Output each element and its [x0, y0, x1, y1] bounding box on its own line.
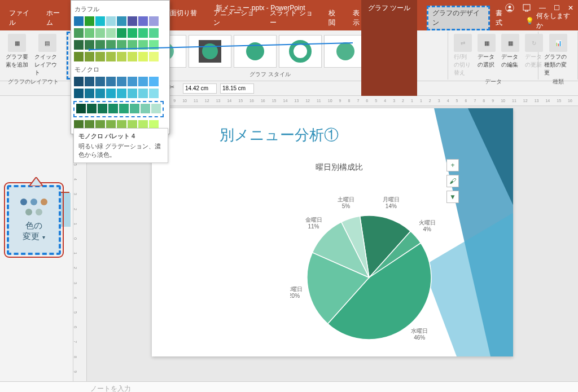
- svg-marker-32: [29, 177, 43, 186]
- svg-text:水曜日: 水曜日: [411, 328, 428, 334]
- switch-row-col-button: ⇄行/列の切り替え: [452, 33, 474, 78]
- change-type-icon: 📊: [549, 34, 567, 52]
- tab-chart-design[interactable]: グラフのデザイン: [427, 6, 490, 30]
- tab-animations[interactable]: アニメーション: [208, 6, 265, 30]
- color-dropdown: カラフル モノクロ モノクロ パレット 4 明るい緑 グラデーション、濃色から淡…: [71, 0, 170, 134]
- crop-icon[interactable]: ✂: [169, 83, 179, 94]
- tell-me[interactable]: 💡 何をしますか: [526, 11, 575, 30]
- change-chart-type-button[interactable]: 📊グラフの種類の変更: [542, 33, 574, 78]
- svg-text:土曜日: 土曜日: [338, 196, 354, 202]
- annotation-arrow: [89, 41, 382, 52]
- data-group-label: データ: [452, 78, 535, 86]
- color-row[interactable]: [73, 88, 167, 99]
- svg-text:14%: 14%: [386, 203, 397, 209]
- tab-home[interactable]: ホーム: [41, 6, 72, 30]
- swap-icon: ⇄: [454, 34, 472, 52]
- layout-group-label: グラフのレイアウト: [3, 78, 63, 86]
- color-row[interactable]: [73, 16, 167, 27]
- tab-review[interactable]: 校閲: [323, 6, 347, 30]
- svg-text:月曜日: 月曜日: [383, 196, 400, 202]
- svg-rect-2: [523, 5, 530, 10]
- color-row[interactable]: [73, 76, 167, 87]
- notes-area[interactable]: ノートを入力: [0, 381, 578, 392]
- colorful-heading: カラフル: [73, 3, 167, 16]
- select-data-icon: ▦: [478, 34, 496, 52]
- close-button[interactable]: ✕: [568, 4, 573, 12]
- add-element-icon: ▦: [8, 34, 26, 52]
- edit-data-button[interactable]: ▦データの編集: [499, 33, 522, 78]
- tab-format[interactable]: 書式: [490, 6, 514, 30]
- chart-title[interactable]: 曜日別構成比: [316, 162, 363, 173]
- chart-brush-button[interactable]: 🖌: [446, 175, 459, 187]
- svg-text:火曜日: 火曜日: [419, 219, 436, 226]
- pie-chart[interactable]: 月曜日14%火曜日4%水曜日46%木曜日20%金曜日11%土曜日5%: [290, 193, 448, 351]
- callout-label: 色の変更 ▾: [23, 220, 45, 242]
- svg-text:11%: 11%: [308, 223, 319, 230]
- svg-line-34: [91, 43, 353, 50]
- svg-text:5%: 5%: [342, 203, 351, 209]
- change-colors-callout: 色の変更 ▾: [7, 185, 61, 255]
- svg-text:金曜日: 金曜日: [305, 217, 322, 223]
- quick-layout-icon: ▤: [38, 34, 56, 52]
- quick-layout-button[interactable]: ▤ クイックレイアウト: [32, 33, 63, 78]
- add-chart-element-button[interactable]: ▦ グラフ要素を追加: [3, 33, 31, 78]
- minimize-button[interactable]: —: [539, 4, 546, 12]
- height-input[interactable]: [220, 83, 254, 94]
- svg-text:木曜日: 木曜日: [290, 286, 303, 292]
- edit-data-icon: ▦: [501, 34, 519, 52]
- maximize-button[interactable]: ☐: [554, 4, 560, 12]
- lightbulb-icon: 💡: [526, 17, 534, 25]
- tooltip-title: モノクロ パレット 4: [78, 132, 163, 140]
- tab-file[interactable]: ファイル: [3, 6, 41, 30]
- color-row[interactable]: [73, 28, 167, 38]
- color-row[interactable]: [73, 51, 167, 62]
- svg-text:4%: 4%: [423, 226, 431, 232]
- svg-text:46%: 46%: [414, 334, 425, 341]
- color-tooltip: モノクロ パレット 4 明るい緑 グラデーション、濃色から淡色。: [73, 128, 168, 163]
- callout-dots-icon: [20, 199, 48, 215]
- slide-title[interactable]: 別メニュー分析①: [220, 125, 339, 145]
- chart-plus-button[interactable]: +: [446, 159, 459, 171]
- chart-filter-button[interactable]: ▼: [446, 191, 459, 203]
- select-data-button[interactable]: ▦データの選択: [475, 33, 498, 78]
- color-row-selected[interactable]: [73, 101, 164, 117]
- tooltip-body: 明るい緑 グラデーション、濃色から淡色。: [78, 142, 163, 159]
- width-input[interactable]: [183, 83, 217, 94]
- mono-heading: モノクロ: [73, 63, 167, 76]
- svg-text:20%: 20%: [290, 293, 300, 299]
- tab-slideshow[interactable]: スライド ショー: [264, 6, 323, 30]
- type-group-label: 種類: [542, 78, 574, 86]
- slide-canvas[interactable]: 別メニュー分析① 曜日別構成比 月曜日14%火曜日4%水曜日46%木曜日20%金…: [152, 108, 513, 356]
